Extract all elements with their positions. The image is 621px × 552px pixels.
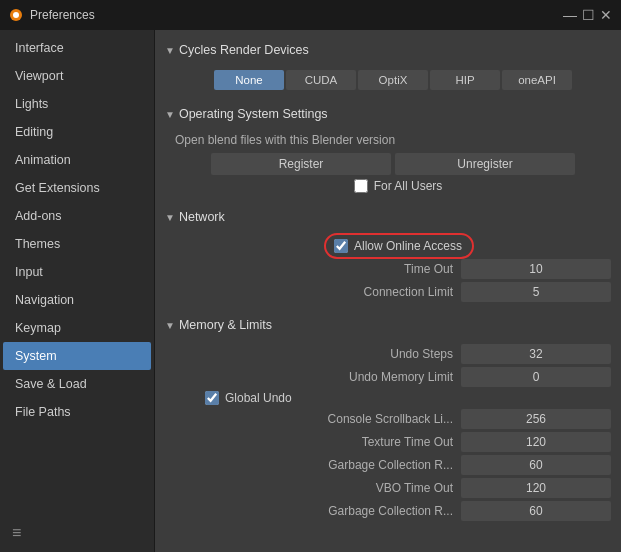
undo-steps-input[interactable] [461, 344, 611, 364]
memory-arrow-icon: ▼ [165, 320, 175, 331]
sidebar-item-editing[interactable]: Editing [3, 118, 151, 146]
undo-steps-row: Undo Steps [175, 344, 611, 364]
timeout-label: Time Out [175, 262, 461, 276]
register-button[interactable]: Register [211, 153, 391, 175]
undo-steps-label: Undo Steps [175, 347, 461, 361]
close-button[interactable]: ✕ [599, 8, 613, 22]
timeout-input[interactable] [461, 259, 611, 279]
allow-online-label: Allow Online Access [354, 239, 462, 253]
main-layout: Interface Viewport Lights Editing Animat… [0, 30, 621, 552]
memory-section-title: Memory & Limits [179, 318, 272, 332]
os-description: Open blend files with this Blender versi… [175, 130, 611, 149]
sidebar-item-navigation[interactable]: Navigation [3, 286, 151, 314]
for-all-users-row: For All Users [175, 179, 611, 193]
render-device-buttons: None CUDA OptiX HIP oneAPI [175, 70, 611, 90]
sidebar: Interface Viewport Lights Editing Animat… [0, 30, 155, 552]
cuda-button[interactable]: CUDA [286, 70, 356, 90]
network-arrow-icon: ▼ [165, 212, 175, 223]
global-undo-checkbox[interactable] [205, 391, 219, 405]
sidebar-item-themes[interactable]: Themes [3, 230, 151, 258]
sidebar-item-system[interactable]: System [3, 342, 151, 370]
connection-limit-input[interactable] [461, 282, 611, 302]
content-area: ▼ Cycles Render Devices None CUDA OptiX … [155, 30, 621, 552]
undo-memory-label: Undo Memory Limit [175, 370, 461, 384]
window-controls: — ☐ ✕ [563, 8, 613, 22]
cycles-section-content: None CUDA OptiX HIP oneAPI [165, 62, 611, 102]
sidebar-item-file-paths[interactable]: File Paths [3, 398, 151, 426]
sidebar-item-animation[interactable]: Animation [3, 146, 151, 174]
sidebar-item-add-ons[interactable]: Add-ons [3, 202, 151, 230]
for-all-users-checkbox[interactable] [354, 179, 368, 193]
global-undo-label: Global Undo [225, 391, 292, 405]
vbo-timeout-input[interactable] [461, 478, 611, 498]
connection-limit-row: Connection Limit [175, 282, 611, 302]
allow-online-checkbox[interactable] [334, 239, 348, 253]
window-title: Preferences [30, 8, 557, 22]
oneapi-button[interactable]: oneAPI [502, 70, 572, 90]
connection-limit-label: Connection Limit [175, 285, 461, 299]
garbage-r1-label: Garbage Collection R... [175, 458, 461, 472]
sidebar-item-save-load[interactable]: Save & Load [3, 370, 151, 398]
none-button[interactable]: None [214, 70, 284, 90]
garbage-r1-row: Garbage Collection R... [175, 455, 611, 475]
vbo-timeout-row: VBO Time Out [175, 478, 611, 498]
timeout-row: Time Out [175, 259, 611, 279]
allow-online-highlight: Allow Online Access [334, 239, 462, 253]
cycles-section-title: Cycles Render Devices [179, 43, 309, 57]
allow-online-access-row: Allow Online Access [175, 239, 611, 253]
garbage-r2-row: Garbage Collection R... [175, 501, 611, 521]
console-scrollback-label: Console Scrollback Li... [175, 412, 461, 426]
network-section-content: Allow Online Access Time Out Connection … [165, 229, 611, 313]
register-row: Register Unregister [175, 153, 611, 175]
network-section-title: Network [179, 210, 225, 224]
sidebar-item-input[interactable]: Input [3, 258, 151, 286]
sidebar-item-viewport[interactable]: Viewport [3, 62, 151, 90]
cycles-section-header[interactable]: ▼ Cycles Render Devices [165, 38, 611, 62]
undo-memory-input[interactable] [461, 367, 611, 387]
os-section-title: Operating System Settings [179, 107, 328, 121]
os-section-content: Open blend files with this Blender versi… [165, 126, 611, 205]
sidebar-item-get-extensions[interactable]: Get Extensions [3, 174, 151, 202]
minimize-button[interactable]: — [563, 8, 577, 22]
cycles-arrow-icon: ▼ [165, 45, 175, 56]
svg-point-1 [13, 12, 19, 18]
for-all-users-label: For All Users [374, 179, 443, 193]
sidebar-item-keymap[interactable]: Keymap [3, 314, 151, 342]
network-section-header[interactable]: ▼ Network [165, 205, 611, 229]
undo-memory-row: Undo Memory Limit [175, 367, 611, 387]
vbo-timeout-label: VBO Time Out [175, 481, 461, 495]
menu-icon[interactable]: ≡ [0, 518, 154, 548]
global-undo-row: Global Undo [195, 391, 591, 405]
hip-button[interactable]: HIP [430, 70, 500, 90]
maximize-button[interactable]: ☐ [581, 8, 595, 22]
os-section-header[interactable]: ▼ Operating System Settings [165, 102, 611, 126]
sidebar-item-interface[interactable]: Interface [3, 34, 151, 62]
sidebar-item-lights[interactable]: Lights [3, 90, 151, 118]
garbage-r2-label: Garbage Collection R... [175, 504, 461, 518]
optix-button[interactable]: OptiX [358, 70, 428, 90]
os-arrow-icon: ▼ [165, 109, 175, 120]
titlebar: Preferences — ☐ ✕ [0, 0, 621, 30]
garbage-r1-input[interactable] [461, 455, 611, 475]
garbage-r2-input[interactable] [461, 501, 611, 521]
texture-timeout-row: Texture Time Out [175, 432, 611, 452]
console-scrollback-row: Console Scrollback Li... [175, 409, 611, 429]
blender-icon [8, 7, 24, 23]
texture-timeout-label: Texture Time Out [175, 435, 461, 449]
unregister-button[interactable]: Unregister [395, 153, 575, 175]
memory-section-content: Undo Steps Undo Memory Limit Global Undo… [165, 337, 611, 532]
console-scrollback-input[interactable] [461, 409, 611, 429]
texture-timeout-input[interactable] [461, 432, 611, 452]
memory-section-header[interactable]: ▼ Memory & Limits [165, 313, 611, 337]
